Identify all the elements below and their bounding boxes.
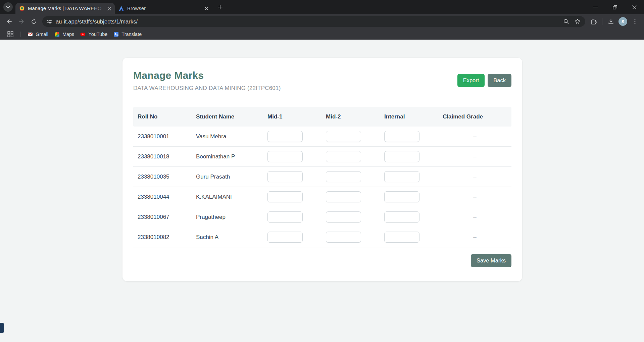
tab-close-button[interactable] [106, 5, 112, 11]
minimize-icon [593, 7, 598, 7]
university-crest-favicon [19, 6, 25, 11]
restore-icon [613, 5, 617, 9]
back-nav-button[interactable] [3, 15, 15, 28]
extensions-button[interactable] [588, 16, 599, 27]
roll-cell: 2338010082 [133, 234, 192, 241]
close-icon [632, 5, 637, 9]
left-edge-widget[interactable] [0, 323, 4, 333]
browser-toolbar: au-it.app/staffs/subjects/1/marks/ [0, 14, 644, 29]
tab-browser[interactable]: Browser [115, 3, 212, 14]
bookmark-maps[interactable]: Maps [51, 30, 77, 38]
bookmark-youtube[interactable]: YouTube [77, 30, 110, 38]
subject-subtitle: DATA WAREHOUSING AND DATA MINING (22ITPC… [133, 85, 281, 92]
student-name-cell: Vasu Mehra [192, 133, 263, 140]
bookmark-gmail[interactable]: Gmail [24, 30, 51, 38]
mid1-input[interactable] [267, 232, 303, 243]
internal-cell [380, 131, 438, 142]
close-icon [107, 7, 111, 10]
mid2-input[interactable] [326, 131, 361, 142]
forward-nav-button[interactable] [15, 15, 28, 28]
browser-menu-button[interactable] [629, 16, 641, 27]
title-block: Manage Marks DATA WAREHOUSING AND DATA M… [133, 70, 281, 92]
back-button[interactable]: Back [488, 74, 511, 87]
roll-cell: 2338010018 [133, 153, 192, 160]
mid1-cell [263, 191, 321, 202]
claimed-grade-cell: – [438, 174, 511, 180]
mid2-input[interactable] [326, 191, 361, 202]
mid1-cell [263, 171, 321, 182]
mid1-input[interactable] [267, 211, 303, 223]
minimize-button[interactable] [586, 0, 605, 14]
downloads-button[interactable] [605, 16, 616, 27]
mid1-cell [263, 131, 321, 142]
internal-cell [380, 151, 438, 162]
claimed-grade-cell: – [438, 153, 511, 160]
save-marks-button[interactable]: Save Marks [471, 254, 511, 267]
apps-grid-button[interactable] [5, 29, 16, 40]
save-row: Save Marks [133, 254, 511, 267]
col-mid2: Mid-2 [321, 113, 380, 120]
profile-avatar[interactable]: S [618, 17, 627, 26]
tab-manage-marks[interactable]: Manage Marks | DATA WAREHO [15, 3, 115, 14]
close-window-button[interactable] [625, 0, 644, 14]
three-dots-icon [632, 19, 638, 24]
mid2-cell [321, 151, 380, 162]
restore-button[interactable] [605, 0, 625, 14]
bookmark-page-button[interactable] [572, 16, 583, 27]
claimed-grade-cell: – [438, 133, 511, 140]
chevron-down-icon [6, 6, 10, 8]
tab-title: Browser [127, 5, 201, 12]
col-roll-no: Roll No [133, 113, 192, 120]
bookmarks-separator [20, 32, 20, 37]
tab-title-fade [90, 5, 104, 12]
internal-cell [380, 232, 438, 243]
reload-button[interactable] [28, 15, 40, 28]
mid1-input[interactable] [267, 191, 303, 202]
mid1-input[interactable] [267, 131, 303, 142]
roll-cell: 2338010067 [133, 214, 192, 221]
extensions-puzzle-icon [591, 18, 597, 25]
internal-input[interactable] [384, 232, 419, 243]
card-header: Manage Marks DATA WAREHOUSING AND DATA M… [133, 70, 511, 92]
bookmark-translate[interactable]: Translate [110, 30, 145, 38]
mid2-cell [321, 131, 380, 142]
mid1-input[interactable] [267, 151, 303, 162]
translate-icon [113, 32, 119, 37]
export-button[interactable]: Export [457, 74, 485, 87]
zoom-search-button[interactable] [560, 16, 572, 27]
mid1-input[interactable] [267, 171, 303, 182]
browser-logo-favicon [118, 6, 124, 11]
marks-table-body: 2338010001 Vasu Mehra – 2338010018 Boomi… [133, 127, 511, 247]
new-tab-button[interactable] [215, 2, 225, 12]
mid2-input[interactable] [326, 151, 361, 162]
claimed-grade-cell: – [438, 234, 511, 241]
roll-cell: 2338010035 [133, 174, 192, 180]
table-row: 2338010018 Boominathan P – [133, 147, 511, 167]
mid2-input[interactable] [326, 232, 361, 243]
address-bar[interactable]: au-it.app/staffs/subjects/1/marks/ [42, 16, 585, 27]
bookmark-label: YouTube [88, 32, 107, 37]
tab-search-button[interactable] [3, 2, 13, 12]
tab-close-button[interactable] [203, 5, 209, 11]
internal-input[interactable] [384, 151, 419, 162]
tab-strip: Manage Marks | DATA WAREHO Browser [0, 0, 644, 14]
page-viewport: Manage Marks DATA WAREHOUSING AND DATA M… [0, 40, 644, 342]
claimed-grade-cell: – [438, 214, 511, 221]
internal-cell [380, 211, 438, 223]
internal-input[interactable] [384, 211, 419, 223]
internal-input[interactable] [384, 191, 419, 202]
mid2-input[interactable] [326, 211, 361, 223]
url-text[interactable]: au-it.app/staffs/subjects/1/marks/ [56, 18, 560, 25]
internal-input[interactable] [384, 171, 419, 182]
col-student-name: Student Name [192, 113, 263, 120]
maps-icon [54, 32, 60, 37]
mid2-input[interactable] [326, 171, 361, 182]
site-settings-icon[interactable] [46, 19, 52, 25]
window-controls [586, 0, 644, 14]
col-internal: Internal [380, 113, 438, 120]
internal-input[interactable] [384, 131, 419, 142]
student-name-cell: K.KALAIMANI [192, 194, 263, 200]
star-icon [575, 18, 581, 25]
bookmark-label: Maps [62, 32, 74, 37]
col-mid1: Mid-1 [263, 113, 321, 120]
